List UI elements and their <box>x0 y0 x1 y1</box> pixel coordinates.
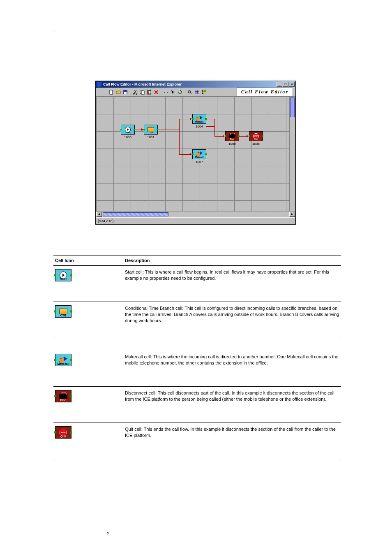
save-icon[interactable] <box>122 89 129 95</box>
cursor-coordinates: (534,318) <box>98 219 114 223</box>
cut-icon[interactable] <box>132 89 138 95</box>
node-start[interactable]: Start 1000 <box>121 125 135 139</box>
node-make2-label: Makecall <box>193 156 206 158</box>
wire-disc-quit <box>239 136 247 137</box>
pointer-icon[interactable] <box>170 89 176 95</box>
node-quit[interactable]: Quit 1006 <box>249 131 263 146</box>
title-bar[interactable]: Call Flow Editor - Microsoft Internet Ex… <box>96 81 295 88</box>
wire-to-make1 <box>179 119 190 119</box>
wire-start-ctb <box>135 130 141 130</box>
call-flow-editor-window: Call Flow Editor - Microsoft Internet Ex… <box>95 81 296 225</box>
node-start-id: 1000 <box>121 135 135 139</box>
ctb-icon: CTB <box>55 305 71 318</box>
svg-rect-10 <box>202 90 203 92</box>
node-makecall-2[interactable]: Makecall 1007 <box>192 149 206 164</box>
node-start-label: Start <box>121 131 134 134</box>
wire-make1-join <box>206 126 214 127</box>
delete-icon[interactable] <box>153 89 159 95</box>
vscroll-thumb[interactable] <box>290 98 295 117</box>
table-gap <box>53 338 341 351</box>
node-make2-id: 1007 <box>192 160 206 164</box>
toolbar-group-edit <box>132 89 159 95</box>
svg-rect-0 <box>110 90 113 94</box>
minimize-button[interactable]: _ <box>277 82 282 87</box>
header-desc: Description <box>123 255 341 265</box>
node-quit-label: Quit <box>249 138 263 140</box>
zoom-icon[interactable] <box>187 89 193 95</box>
refresh-icon[interactable] <box>177 89 183 95</box>
table-row: Quit Quit cell: This ends the call flow.… <box>53 423 341 459</box>
quit-icon: Quit <box>55 426 71 439</box>
svg-rect-11 <box>204 90 206 92</box>
svg-rect-2 <box>124 92 127 94</box>
chip-label: Quit <box>55 435 71 438</box>
start-icon: Start <box>55 269 71 281</box>
page-top-rule <box>53 31 339 31</box>
palette-icon[interactable] <box>201 89 207 95</box>
toolbar-group-tools <box>163 89 183 95</box>
chip-label: Disc <box>55 399 71 402</box>
svg-point-4 <box>136 93 137 94</box>
chip-label: CTB <box>55 314 71 317</box>
wire-join-v <box>214 119 215 136</box>
svg-rect-6 <box>141 91 144 94</box>
cell-description-table: Cell Icon Description Start Start cell: … <box>53 255 341 459</box>
node-makecall-1[interactable]: Makecall 1004 <box>192 114 206 128</box>
toolbar-group-file <box>108 89 129 95</box>
canvas-viewport[interactable]: Start 1000 CTB 1001 Makecall 1004 Makeca… <box>96 97 295 217</box>
grid-icon[interactable] <box>194 89 200 95</box>
disc-icon: Disc <box>55 390 71 402</box>
node-make1-id: 1004 <box>192 125 206 128</box>
wire-to-disc <box>214 136 223 137</box>
paste-icon[interactable] <box>146 89 152 95</box>
ie-icon <box>97 82 101 87</box>
copy-icon[interactable] <box>139 89 145 95</box>
chip-label: Start <box>55 278 71 281</box>
row-desc: Makecall cell: This is where the incomin… <box>123 351 341 386</box>
close-button[interactable]: × <box>289 82 295 87</box>
hscroll-track[interactable] <box>103 212 168 216</box>
maximize-button[interactable]: □ <box>283 82 288 87</box>
node-disc[interactable]: Disc 1005 <box>225 131 239 146</box>
brand-label: Call Flow Editor <box>237 88 293 96</box>
open-icon[interactable] <box>115 89 122 95</box>
hscroll-left-icon[interactable]: ◄ <box>96 212 102 217</box>
toolbar-group-view <box>187 89 207 95</box>
svg-point-3 <box>134 93 135 94</box>
node-disc-id: 1005 <box>225 142 239 146</box>
svg-rect-8 <box>148 91 151 94</box>
row-desc: Quit cell: This ends the call flow. In t… <box>123 423 341 459</box>
chip-label: Makecall <box>55 362 71 365</box>
node-ctb[interactable]: CTB 1001 <box>144 125 158 139</box>
row-desc: Start cell: This is where a call flow be… <box>123 266 341 302</box>
vertical-scrollbar[interactable] <box>289 97 295 217</box>
node-quit-id: 1006 <box>249 142 263 146</box>
horizontal-scrollbar[interactable]: ◄ ► <box>96 211 295 217</box>
table-row: Disc Disconnect cell: This cell disconne… <box>53 387 341 423</box>
svg-rect-13 <box>204 93 206 94</box>
row-desc: Disconnect cell: This cell disconnects p… <box>123 387 341 423</box>
new-icon[interactable] <box>108 89 115 95</box>
svg-point-9 <box>188 91 191 93</box>
link-icon[interactable] <box>163 89 169 95</box>
stray-comma: , <box>107 527 109 535</box>
table-header: Cell Icon Description <box>53 255 341 266</box>
svg-rect-12 <box>202 93 203 94</box>
node-disc-label: Disc <box>226 138 239 140</box>
wire-ctb-branch <box>158 130 179 130</box>
status-bar: (534,318) <box>96 217 295 224</box>
window-title: Call Flow Editor - Microsoft Internet Ex… <box>103 82 277 86</box>
node-ctb-id: 1001 <box>144 135 158 139</box>
table-row: Start Start cell: This is where a call f… <box>53 266 341 302</box>
row-desc: Conditional Time Branch cell: This cell … <box>123 302 341 338</box>
wire-make1-out <box>206 119 214 119</box>
wire-to-make2 <box>179 154 190 155</box>
header-icon: Cell Icon <box>53 255 123 265</box>
window-controls: _ □ × <box>277 82 295 87</box>
makecall-icon: Makecall <box>55 354 71 366</box>
hscroll-right-icon[interactable]: ► <box>289 212 295 217</box>
wire-branch-v <box>179 119 180 154</box>
node-ctb-label: CTB <box>144 131 157 134</box>
table-row: Makecall Makecall cell: This is where th… <box>53 351 341 387</box>
table-row: CTB Conditional Time Branch cell: This c… <box>53 302 341 338</box>
